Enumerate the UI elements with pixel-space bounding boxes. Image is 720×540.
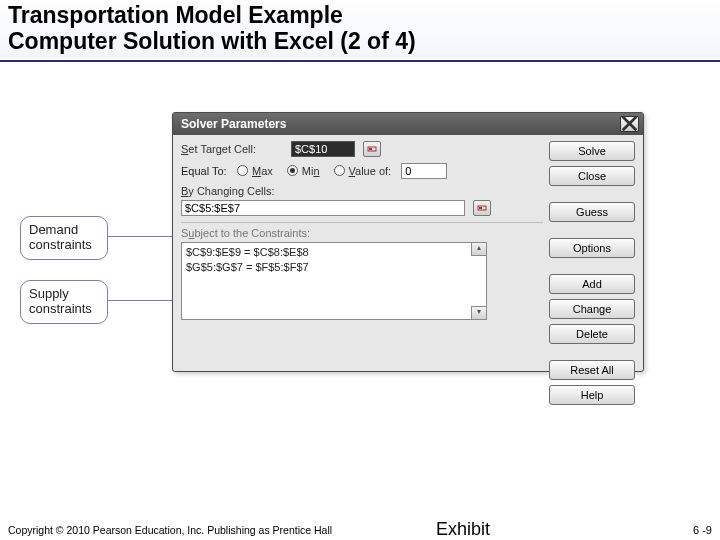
add-button[interactable]: Add <box>549 274 635 294</box>
reset-all-button[interactable]: Reset All <box>549 360 635 380</box>
changing-cells-input[interactable] <box>181 200 465 216</box>
footer: Copyright © 2010 Pearson Education, Inc.… <box>8 524 712 536</box>
label-min: Min <box>302 165 320 177</box>
label-subject-to: Subject to the Constraints: <box>181 227 543 239</box>
dialog-button-column: Solve Close Guess Options Add Change Del… <box>549 141 635 405</box>
change-button[interactable]: Change <box>549 299 635 319</box>
callout-demand: Demand constraints <box>20 216 108 260</box>
target-cell-input[interactable] <box>291 141 355 157</box>
refedit-icon[interactable] <box>363 141 381 157</box>
help-button[interactable]: Help <box>549 385 635 405</box>
guess-button[interactable]: Guess <box>549 202 635 222</box>
exhibit-label: Exhibit <box>436 519 490 540</box>
label-equal-to: Equal To: <box>181 165 233 177</box>
dialog-titlebar[interactable]: Solver Parameters <box>173 113 643 135</box>
callout-supply: Supply constraints <box>20 280 108 324</box>
scroll-down-icon[interactable]: ▾ <box>471 306 487 320</box>
copyright-text: Copyright © 2010 Pearson Education, Inc.… <box>8 524 348 536</box>
options-button[interactable]: Options <box>549 238 635 258</box>
callout-demand-text: Demand constraints <box>29 222 92 252</box>
constraint-item[interactable]: $C$9:$E$9 = $C$8:$E$8 <box>186 245 482 260</box>
solve-button[interactable]: Solve <box>549 141 635 161</box>
constraints-listbox[interactable]: $C$9:$E$9 = $C$8:$E$8 $G$5:$G$7 = $F$5:$… <box>181 242 487 320</box>
title-line-2: Computer Solution with Excel (2 of 4) <box>8 28 416 54</box>
dialog-title: Solver Parameters <box>181 117 620 131</box>
radio-min[interactable] <box>287 165 298 176</box>
close-icon[interactable] <box>620 116 639 132</box>
content-area: Demand constraints Supply constraints So… <box>0 62 720 442</box>
dialog-left-pane: Set Target Cell: Equal To: Max Min V <box>181 141 543 145</box>
close-button[interactable]: Close <box>549 166 635 186</box>
separator <box>181 222 543 223</box>
label-max: Max <box>252 165 273 177</box>
refedit-icon-2[interactable] <box>473 200 491 216</box>
constraint-item[interactable]: $G$5:$G$7 = $F$5:$F$7 <box>186 260 482 275</box>
svg-rect-3 <box>479 207 482 209</box>
label-set-target: Set Target Cell: <box>181 143 283 155</box>
radio-max[interactable] <box>237 165 248 176</box>
radio-value-of[interactable] <box>334 165 345 176</box>
dialog-body: Set Target Cell: Equal To: Max Min V <box>173 135 643 151</box>
page-number: 6 -9 <box>693 524 712 536</box>
row-changing-cells <box>181 200 543 216</box>
row-equal-to: Equal To: Max Min Value of: <box>181 163 543 179</box>
label-value-of: Value of: <box>349 165 392 177</box>
value-of-input[interactable] <box>401 163 447 179</box>
callout-supply-text: Supply constraints <box>29 286 92 316</box>
delete-button[interactable]: Delete <box>549 324 635 344</box>
svg-rect-1 <box>369 148 372 150</box>
label-by-changing: By Changing Cells: <box>181 185 543 197</box>
scroll-up-icon[interactable]: ▴ <box>471 242 487 256</box>
row-target-cell: Set Target Cell: <box>181 141 543 157</box>
slide-root: Transportation Model Example Computer So… <box>0 0 720 540</box>
slide-title: Transportation Model Example Computer So… <box>8 2 712 55</box>
title-area: Transportation Model Example Computer So… <box>0 0 720 59</box>
solver-dialog: Solver Parameters Set Target Cell: <box>172 112 644 372</box>
title-line-1: Transportation Model Example <box>8 2 343 28</box>
